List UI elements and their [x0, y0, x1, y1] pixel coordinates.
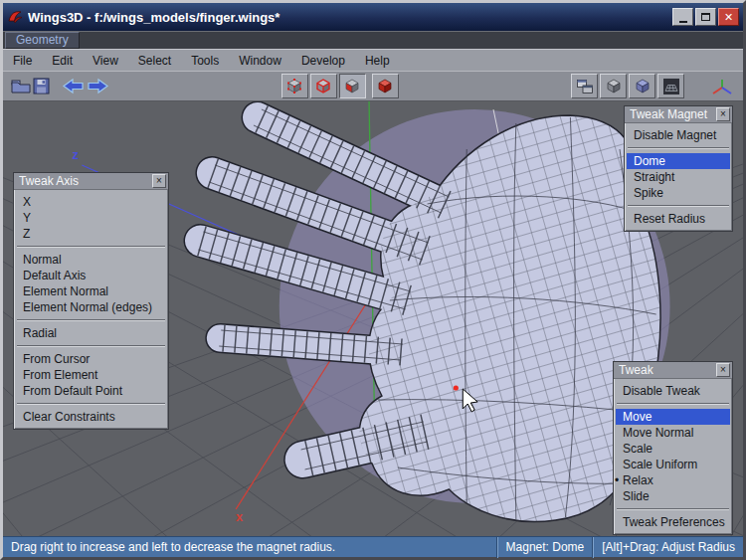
minimize-button[interactable]: [672, 8, 693, 26]
menu-item-move-normal[interactable]: Move Normal: [614, 425, 732, 441]
menu-item-from-element[interactable]: From Element: [14, 367, 168, 383]
menu-item-element-normal[interactable]: Element Normal: [14, 283, 168, 299]
redo-button[interactable]: [86, 77, 110, 95]
arrow-left-icon: [62, 78, 85, 94]
tweak-panel: Tweak × Disable Tweak Move Move Normal S…: [613, 361, 733, 535]
show-axes-button[interactable]: [708, 76, 736, 97]
close-icon: ✕: [724, 11, 733, 24]
wings3d-logo-icon: [7, 9, 23, 25]
arrow-right-icon: [87, 78, 109, 94]
close-icon[interactable]: ×: [716, 363, 730, 377]
face-select-mode-button[interactable]: [339, 74, 366, 98]
face-cube-icon: [343, 77, 361, 95]
toolbar: [3, 71, 743, 101]
folder-icon: [11, 79, 31, 94]
menu-item-move[interactable]: Move: [616, 409, 730, 425]
wings3d-window: Wings3D - f:/wings_models/finger.wings* …: [0, 0, 746, 560]
menu-window[interactable]: Window: [229, 51, 291, 71]
separator: [628, 147, 729, 149]
window-title: Wings3D - f:/wings_models/finger.wings*: [28, 10, 667, 25]
vertex-cube-icon: [285, 77, 303, 95]
menu-item-scale[interactable]: Scale: [614, 441, 732, 457]
flat-cube-icon: [605, 77, 623, 95]
close-icon[interactable]: ×: [152, 174, 166, 188]
flat-shading-button[interactable]: [600, 74, 627, 98]
open-button[interactable]: [10, 78, 32, 95]
menu-item-y-axis[interactable]: Y: [14, 210, 168, 226]
titlebar[interactable]: Wings3D - f:/wings_models/finger.wings* …: [3, 3, 743, 31]
save-button[interactable]: [32, 77, 51, 95]
separator: [17, 319, 165, 321]
separator: [617, 403, 729, 405]
menu-item-disable-tweak[interactable]: Disable Tweak: [614, 383, 732, 399]
menu-item-dome[interactable]: Dome: [627, 153, 730, 169]
tweak-axis-titlebar[interactable]: Tweak Axis ×: [14, 173, 168, 190]
vertex-select-mode-button[interactable]: [281, 74, 308, 98]
geometry-window-tab[interactable]: Geometry: [5, 32, 80, 49]
menu-item-x-axis[interactable]: X: [14, 194, 168, 210]
toggle-geometry-windows-button[interactable]: [571, 74, 598, 98]
axis-label-z: z: [72, 147, 78, 162]
separator: [17, 246, 165, 248]
menu-item-scale-uniform[interactable]: Scale Uniform: [614, 457, 732, 472]
edge-select-mode-button[interactable]: [310, 74, 337, 98]
separator: [628, 205, 729, 207]
menu-item-reset-radius[interactable]: Reset Radius: [625, 211, 732, 227]
menu-item-z-axis[interactable]: Z: [14, 226, 168, 242]
floppy-icon: [33, 78, 50, 94]
panel-title: Tweak Axis: [19, 174, 152, 189]
menu-edit[interactable]: Edit: [42, 51, 83, 71]
tweak-magnet-titlebar[interactable]: Tweak Magnet ×: [625, 106, 732, 123]
tweak-titlebar[interactable]: Tweak ×: [614, 362, 732, 379]
status-message: Drag right to increase and left to decre…: [3, 538, 496, 557]
ground-plane-button[interactable]: [657, 74, 684, 98]
tweak-axis-panel: Tweak Axis × X Y Z Normal Default Axis E…: [13, 172, 169, 430]
menu-item-normal[interactable]: Normal: [14, 252, 168, 268]
menu-item-disable-magnet[interactable]: Disable Magnet: [625, 127, 732, 143]
radio-mark-icon: •: [615, 472, 619, 488]
status-hint: [Alt]+Drag: Adjust Radius: [594, 538, 743, 557]
body-select-mode-button[interactable]: [372, 74, 399, 98]
menu-item-label: Relax: [623, 473, 653, 487]
menu-select[interactable]: Select: [128, 51, 181, 71]
menu-item-relax[interactable]: • Relax: [614, 472, 732, 488]
separator: [617, 508, 729, 510]
panel-title: Tweak Magnet: [630, 107, 716, 122]
menu-item-from-cursor[interactable]: From Cursor: [14, 351, 168, 367]
panel-title: Tweak: [619, 363, 716, 378]
axis-label-x: x: [236, 509, 244, 524]
close-button[interactable]: ✕: [718, 8, 739, 26]
menu-item-spike[interactable]: Spike: [625, 185, 732, 201]
menu-help[interactable]: Help: [355, 51, 400, 71]
smooth-shading-button[interactable]: [629, 74, 655, 98]
status-magnet: Magnet: Dome: [498, 538, 593, 557]
maximize-icon: [701, 13, 710, 21]
maximize-button[interactable]: [695, 8, 716, 26]
windows-icon: [576, 78, 594, 95]
smooth-cube-icon: [634, 77, 652, 95]
minimize-icon: [679, 21, 687, 23]
menu-item-slide[interactable]: Slide: [614, 488, 732, 504]
menu-item-radial[interactable]: Radial: [14, 325, 168, 341]
separator: [17, 403, 165, 405]
geometry-window-header: Geometry: [3, 31, 743, 49]
undo-button[interactable]: [61, 77, 86, 95]
menu-item-from-default-point[interactable]: From Default Point: [14, 383, 168, 399]
menu-item-clear-constraints[interactable]: Clear Constraints: [14, 409, 168, 425]
edge-cube-icon: [314, 77, 332, 95]
menubar: File Edit View Select Tools Window Devel…: [3, 49, 743, 71]
menu-view[interactable]: View: [83, 51, 128, 71]
menu-file[interactable]: File: [3, 51, 42, 71]
close-icon[interactable]: ×: [716, 107, 730, 121]
body-cube-icon: [376, 77, 394, 95]
menu-item-default-axis[interactable]: Default Axis: [14, 268, 168, 283]
menu-item-tweak-preferences[interactable]: Tweak Preferences: [614, 514, 732, 530]
statusbar: Drag right to increase and left to decre…: [3, 536, 743, 557]
menu-item-element-normal-edges[interactable]: Element Normal (edges): [14, 299, 168, 315]
menu-tools[interactable]: Tools: [181, 51, 229, 71]
menu-develop[interactable]: Develop: [291, 51, 355, 71]
axes-icon: [709, 77, 735, 96]
menu-item-straight[interactable]: Straight: [625, 169, 732, 185]
tweak-magnet-panel: Tweak Magnet × Disable Magnet Dome Strai…: [624, 105, 733, 232]
separator: [17, 345, 165, 347]
